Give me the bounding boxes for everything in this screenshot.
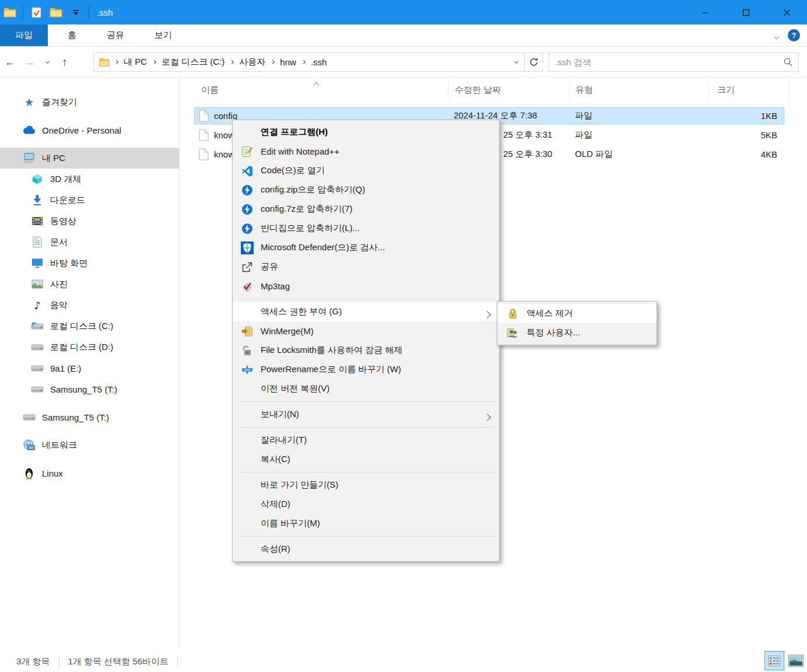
drive-c-icon: [30, 320, 44, 332]
menu-item-give-access[interactable]: 액세스 권한 부여 (G): [233, 302, 499, 321]
nav-arrows: ← → ↑: [0, 52, 75, 72]
address-bar[interactable]: 내 PC 로컬 디스크 (C:) 사용자 hnw .ssh: [93, 52, 543, 72]
column-header-name[interactable]: 이름: [201, 85, 219, 96]
properties-shortcut-icon[interactable]: [27, 4, 45, 21]
expand-ribbon-icon[interactable]: [774, 30, 778, 40]
mp3tag-icon: [241, 280, 254, 293]
menu-item-mp3tag[interactable]: Mp3tag: [233, 276, 499, 296]
breadcrumb-users[interactable]: 사용자: [236, 57, 268, 68]
menu-item-scan-with-defender[interactable]: Microsoft Defender(으)로 검사...: [233, 238, 499, 257]
sidebar-item-network[interactable]: 네트워크: [0, 435, 179, 456]
specific-people-icon: [507, 327, 518, 339]
column-header-type[interactable]: 유형: [576, 85, 593, 96]
sidebar-item-drive-e[interactable]: 9a1 (E:): [0, 358, 179, 379]
tab-file[interactable]: 파일: [0, 24, 48, 46]
address-history-dropdown-icon[interactable]: [508, 53, 524, 71]
column-header-date[interactable]: 수정한 날짜: [455, 85, 501, 96]
menu-item-create-shortcut[interactable]: 바로 가기 만들기(S): [233, 475, 499, 495]
search-icon[interactable]: [777, 57, 798, 67]
submenu-item-remove-access[interactable]: 액세스 제거: [497, 304, 657, 323]
tab-view[interactable]: 보기: [142, 24, 185, 46]
selection-summary: 1개 항목 선택함 56바이트: [68, 656, 169, 667]
sidebar-item-music[interactable]: ♪ 음악: [0, 295, 179, 316]
breadcrumb-this-pc[interactable]: 내 PC: [121, 57, 150, 68]
file-icon: [199, 129, 209, 141]
linux-penguin-icon: [22, 467, 36, 480]
breadcrumb-local-disk-c[interactable]: 로컬 디스크 (C:): [159, 57, 227, 68]
sidebar-item-local-disk-c[interactable]: 로컬 디스크 (C:): [0, 316, 179, 337]
desktop-icon: [30, 257, 44, 270]
sidebar-item-this-pc[interactable]: 내 PC: [0, 148, 179, 169]
sidebar-item-desktop[interactable]: 바탕 화면: [0, 253, 179, 274]
submenu-item-specific-people[interactable]: 특정 사용자...: [497, 323, 657, 342]
column-divider: [448, 82, 448, 101]
pane-divider[interactable]: [179, 78, 180, 648]
sidebar-item-onedrive[interactable]: OneDrive - Personal: [0, 120, 179, 141]
menu-item-compress-7z-bandizip[interactable]: config.7z로 압축하기(7): [233, 200, 499, 219]
sidebar-item-samsung-t5[interactable]: Samsung_T5 (T:): [0, 379, 179, 400]
close-button[interactable]: [766, 0, 807, 24]
breadcrumb-hnw[interactable]: hnw: [277, 57, 299, 67]
breadcrumb-ssh[interactable]: .ssh: [308, 57, 330, 67]
menu-item-file-locksmith[interactable]: File Locksmith를 사용하여 잠금 해제: [233, 341, 499, 360]
menu-item-rename[interactable]: 이름 바꾸기(M): [233, 514, 499, 533]
ribbon-tab-row: 파일 홈 공유 보기 ?: [0, 24, 807, 47]
titlebar-separator: [23, 6, 23, 19]
menu-item-properties[interactable]: 속성(R): [233, 540, 499, 559]
window-title: .ssh: [97, 8, 113, 18]
status-separator: [59, 656, 59, 668]
menu-item-compress-zip-bandizip[interactable]: config.zip으로 압축하기(Q): [233, 180, 499, 200]
back-button[interactable]: ←: [0, 52, 20, 72]
file-type: OLD 파일: [569, 149, 708, 160]
breadcrumb-chevron-icon[interactable]: [301, 60, 306, 64]
bandizip-icon: [241, 203, 254, 216]
onedrive-cloud-icon: [22, 124, 36, 136]
powerrename-icon: [241, 363, 254, 376]
menu-item-compress-with-bandizip[interactable]: 반디집으로 압축하기(L)...: [233, 219, 499, 238]
sidebar-item-pictures[interactable]: 사진: [0, 274, 179, 295]
menu-item-restore-previous-versions[interactable]: 이전 버전 복원(V): [233, 379, 499, 398]
search-input[interactable]: [549, 57, 777, 67]
menu-item-edit-with-notepadpp[interactable]: Edit with Notepad++: [233, 142, 499, 161]
sidebar-item-quick-access[interactable]: ★ 즐겨찾기: [0, 92, 179, 113]
sidebar-item-videos[interactable]: 동영상: [0, 211, 179, 232]
menu-separator: [238, 536, 494, 537]
menu-item-open-with[interactable]: 연결 프로그램(H): [233, 123, 499, 142]
column-divider: [569, 82, 570, 101]
menu-item-copy[interactable]: 복사(C): [233, 450, 499, 469]
thumbnail-view-button[interactable]: [787, 653, 805, 668]
recent-locations-dropdown-icon[interactable]: [40, 52, 55, 72]
sidebar-item-linux[interactable]: Linux: [0, 463, 179, 484]
minimize-button[interactable]: [685, 0, 725, 24]
menu-item-open-with-code[interactable]: Code(으)로 열기: [233, 161, 499, 180]
details-view-button[interactable]: [764, 651, 784, 670]
sidebar-item-3d-objects[interactable]: 3D 개체: [0, 169, 179, 190]
context-menu: 연결 프로그램(H) Edit with Notepad++ Code(으)로 …: [232, 120, 500, 562]
sidebar-item-samsung-t5-root[interactable]: Samsung_T5 (T:): [0, 407, 179, 428]
menu-item-cut[interactable]: 잘라내기(T): [233, 430, 499, 450]
breadcrumb-chevron-icon[interactable]: [271, 60, 275, 64]
sidebar-item-local-disk-d[interactable]: 로컬 디스크 (D:): [0, 337, 179, 358]
network-icon: [22, 439, 36, 452]
breadcrumb-chevron-icon[interactable]: [114, 60, 118, 64]
menu-item-share[interactable]: 공유: [233, 257, 499, 276]
forward-button[interactable]: →: [20, 52, 40, 72]
sidebar-item-documents[interactable]: 문서: [0, 232, 179, 253]
tab-home[interactable]: 홈: [55, 24, 89, 46]
menu-item-powerrename[interactable]: PowerRename으로 이름 바꾸기 (W): [233, 360, 499, 379]
this-pc-icon: [22, 152, 36, 164]
refresh-icon[interactable]: [525, 53, 542, 71]
column-header-size[interactable]: 크기: [717, 85, 735, 96]
sidebar-item-downloads[interactable]: 다운로드: [0, 190, 179, 211]
breadcrumb-chevron-icon[interactable]: [230, 60, 234, 64]
menu-item-send-to[interactable]: 보내기(N): [233, 405, 499, 424]
maximize-button[interactable]: [725, 0, 766, 24]
breadcrumb-chevron-icon[interactable]: [152, 60, 156, 64]
menu-item-winmerge[interactable]: WinMerge(M): [233, 321, 499, 341]
up-button[interactable]: ↑: [55, 52, 75, 72]
customize-qat-dropdown-icon[interactable]: [67, 4, 85, 21]
help-icon[interactable]: ?: [788, 29, 800, 41]
new-folder-shortcut-icon[interactable]: [47, 4, 65, 21]
menu-item-delete[interactable]: 삭제(D): [233, 495, 499, 514]
tab-share[interactable]: 공유: [94, 24, 137, 46]
